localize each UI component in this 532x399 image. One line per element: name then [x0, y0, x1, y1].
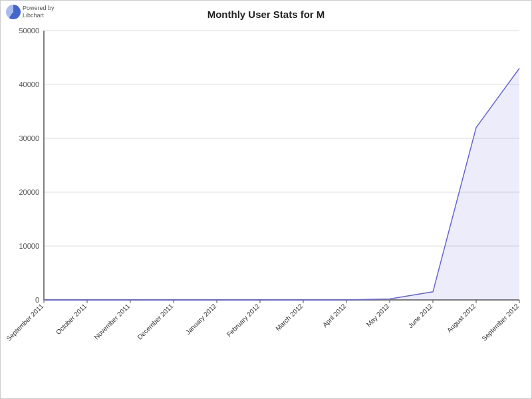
x-label-jun2012: June 2012 [407, 302, 434, 329]
libchart-logo-text: Powered by Libchart [23, 5, 55, 19]
x-label-mar2012: March 2012 [274, 302, 304, 332]
y-label-50000: 50000 [19, 27, 39, 35]
x-label-feb2012: February 2012 [225, 302, 261, 338]
x-label-jan2012: January 2012 [184, 302, 218, 336]
chart-svg: 0 10000 20000 30000 40000 50000 Septembe… [1, 24, 532, 386]
x-label-sep2011: September 2011 [5, 302, 45, 342]
y-label-30000: 30000 [19, 134, 39, 142]
x-label-may2012: May 2012 [365, 302, 391, 328]
chart-container: Powered by Libchart Monthly User Stats f… [0, 0, 532, 399]
libchart-logo: Powered by Libchart [6, 5, 55, 19]
x-label-dec2011: December 2011 [136, 302, 174, 340]
logo-line1: Powered by [23, 5, 55, 12]
x-label-nov2011: November 2011 [92, 302, 131, 340]
y-label-40000: 40000 [19, 80, 39, 88]
libchart-logo-icon [6, 5, 21, 19]
y-label-20000: 20000 [19, 188, 39, 196]
chart-title: Monthly User Stats for M [1, 1, 531, 23]
x-label-oct2011: October 2011 [55, 302, 88, 336]
x-label-sep2012: September 2012 [480, 302, 520, 342]
y-label-10000: 10000 [19, 242, 39, 250]
x-label-apr2012: April 2012 [321, 302, 348, 329]
x-label-aug2012: August 2012 [446, 302, 477, 334]
logo-line2: Libchart [23, 12, 55, 19]
chart-fill-area [44, 68, 519, 300]
